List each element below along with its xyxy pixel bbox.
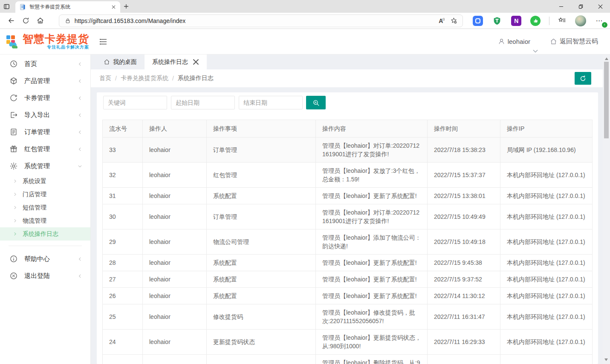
tab-system-log[interactable]: 系统操作日志 xyxy=(145,54,207,69)
browser-menu-button[interactable]: ⋯ ↑ xyxy=(593,14,606,27)
sidebar-subitem-4[interactable]: 系统操作日志 xyxy=(0,227,90,241)
chevron-right-icon xyxy=(13,218,17,223)
sidebar-subitem-0[interactable]: 系统设置 xyxy=(0,175,90,188)
sidebar-subitem-1[interactable]: 门店管理 xyxy=(0,188,90,201)
sidebar-item-5[interactable]: 红包管理 xyxy=(0,140,90,158)
collapse-sidebar-button[interactable] xyxy=(98,36,109,47)
sidebar-subitem-label: 物流管理 xyxy=(23,217,46,225)
extensions-strip: N xyxy=(473,16,541,26)
new-tab-button[interactable] xyxy=(120,0,132,12)
table-cell: 27 xyxy=(103,271,143,288)
keyword-input[interactable] xyxy=(103,96,167,109)
breadcrumb-home[interactable]: 首页 xyxy=(99,75,111,82)
browser-tab[interactable]: 智慧卡券提货系统 xyxy=(15,1,120,13)
favorites-bar-button[interactable] xyxy=(556,15,567,26)
restore-button[interactable] xyxy=(571,0,590,13)
table-cell: 订单管理 xyxy=(207,204,316,229)
url-text[interactable]: https://giftcard.165183.com/Manage/index xyxy=(75,17,435,24)
table-cell: leohaior xyxy=(143,355,207,364)
back-button[interactable] xyxy=(4,14,19,28)
table-cell: 管理员【leohaior】对订单:202207121619001进行了发货操作! xyxy=(316,138,428,163)
workspace-tabstrip: 我的桌面 系统操作日志 xyxy=(91,54,603,69)
table-cell: 本机内部环回地址 (127.0.0.1) xyxy=(500,255,593,271)
table-cell: 更新提货码状态 xyxy=(207,330,316,355)
redpacket-icon xyxy=(9,145,18,153)
chevron-left-icon xyxy=(77,95,83,101)
table-cell: 本机内部环回地址 (127.0.0.1) xyxy=(500,355,593,364)
chevron-left-icon xyxy=(77,112,83,118)
sidebar-item-3[interactable]: 导入导出 xyxy=(0,106,90,123)
minimize-button[interactable] xyxy=(551,0,571,13)
q-extension-icon[interactable] xyxy=(473,16,483,26)
chevron-left-icon xyxy=(77,146,83,152)
chevron-right-icon xyxy=(13,192,17,197)
sidebar-subitem-label: 短信管理 xyxy=(23,204,46,212)
sidebar-subitem-3[interactable]: 物流管理 xyxy=(0,214,90,227)
sidebar-item-0[interactable]: 首页 xyxy=(0,55,90,72)
shield-extension-icon[interactable] xyxy=(492,16,502,26)
sidebar-footer-item-0[interactable]: 帮助中心 xyxy=(0,250,90,267)
sidebar-item-1[interactable]: 产品管理 xyxy=(0,72,90,89)
scroll-down-arrow[interactable] xyxy=(604,358,608,361)
sidebar-footer-item-1[interactable]: 退出登陆 xyxy=(0,267,90,284)
sidebar-item-4[interactable]: 订单管理 xyxy=(0,123,90,140)
table-cell: 本机内部环回地址 (127.0.0.1) xyxy=(500,188,593,204)
table-cell: 26 xyxy=(103,288,143,304)
start-date-input[interactable] xyxy=(171,96,235,109)
site-logo[interactable]: 智慧卡券提货 专注礼品卡解决方案 xyxy=(0,33,91,50)
table-header-cell: 操作事项 xyxy=(207,120,316,138)
thumbsup-extension-icon[interactable] xyxy=(530,16,541,26)
table-cell: 红包管理 xyxy=(207,163,316,188)
table-cell: 管理员【leohaior】更新了系统配置! xyxy=(316,288,428,304)
end-date-input[interactable] xyxy=(239,96,303,109)
table-cell: leohaior xyxy=(143,304,207,330)
table-cell: 系统配置 xyxy=(207,255,316,271)
tab-close-icon[interactable] xyxy=(193,59,199,65)
tab-my-desktop[interactable]: 我的桌面 xyxy=(96,54,145,69)
table-cell: 管理员【leohaior】删除提货码，从:990到1000! xyxy=(316,355,428,364)
return-cloud-link[interactable]: 返回智慧云码 xyxy=(550,37,598,46)
read-aloud-button[interactable]: A xyxy=(434,15,447,26)
sidebar-subitem-2[interactable]: 短信管理 xyxy=(0,201,90,214)
breadcrumb-system[interactable]: 卡券兑换提货系统 xyxy=(121,75,168,82)
onenote-extension-icon[interactable]: N xyxy=(511,16,521,26)
content-main: 我的桌面 系统操作日志 首页 / 卡券兑换提货系统 / 系统操作日志 xyxy=(91,54,603,364)
table-cell: 本机内部环回地址 (127.0.0.1) xyxy=(500,288,593,304)
app-body: 首页产品管理卡券管理导入导出订单管理红包管理系统管理系统设置门店管理短信管理物流… xyxy=(0,54,610,364)
profile-avatar[interactable] xyxy=(575,15,586,26)
close-window-button[interactable] xyxy=(590,0,610,13)
chevron-down-icon[interactable] xyxy=(532,49,538,53)
tab-actions-menu-button[interactable] xyxy=(0,0,13,13)
table-header-cell: 操作人 xyxy=(143,120,207,138)
logo-icon xyxy=(6,35,20,49)
chevron-right-icon xyxy=(13,179,17,183)
content-area: 我的桌面 系统操作日志 首页 / 卡券兑换提货系统 / 系统操作日志 xyxy=(91,54,610,364)
table-row: 24leohaior更新提货码状态管理员【leohaior】更新提货码状态，从:… xyxy=(103,330,593,355)
logo-subtitle: 专注礼品卡解决方案 xyxy=(47,44,89,50)
table-header-cell: 操作IP xyxy=(500,120,593,138)
table-row: 25leohaior修改提货码管理员【leohaior】修改提货码，批次:220… xyxy=(103,304,593,330)
table-row: 27leohaior系统配置管理员【leohaior】更新了系统配置!2022/… xyxy=(103,271,593,288)
sidebar-item-6[interactable]: 系统管理 xyxy=(0,158,90,175)
table-cell: 系统配置 xyxy=(207,271,316,288)
user-menu[interactable]: leohaior xyxy=(498,38,530,45)
content-scrollbar[interactable] xyxy=(603,54,610,364)
tab-actions-icon xyxy=(3,3,10,10)
sidebar-item-2[interactable]: 卡券管理 xyxy=(0,89,90,106)
home-button[interactable] xyxy=(33,14,48,28)
search-button[interactable] xyxy=(306,96,326,109)
lock-icon[interactable] xyxy=(65,18,71,24)
table-cell: 管理员【leohaior】更新提货码状态，从:980到1000! xyxy=(316,330,428,355)
reload-button[interactable] xyxy=(19,14,33,28)
sidebar-menu: 首页产品管理卡券管理导入导出订单管理红包管理系统管理系统设置门店管理短信管理物流… xyxy=(0,55,90,241)
card-icon xyxy=(9,94,18,102)
tab-close-icon[interactable] xyxy=(110,4,117,11)
scrollbar-thumb[interactable] xyxy=(604,62,609,138)
scroll-up-arrow[interactable] xyxy=(605,57,608,60)
table-cell: 本机内部环回地址 (127.0.0.1) xyxy=(500,271,593,288)
filter-row xyxy=(102,96,593,109)
refresh-button[interactable] xyxy=(575,72,591,85)
url-bar[interactable]: https://giftcard.165183.com/Manage/index… xyxy=(59,14,463,27)
add-favorite-button[interactable] xyxy=(447,15,460,26)
table-cell: 2022/7/11 16:26:47 xyxy=(428,355,500,364)
